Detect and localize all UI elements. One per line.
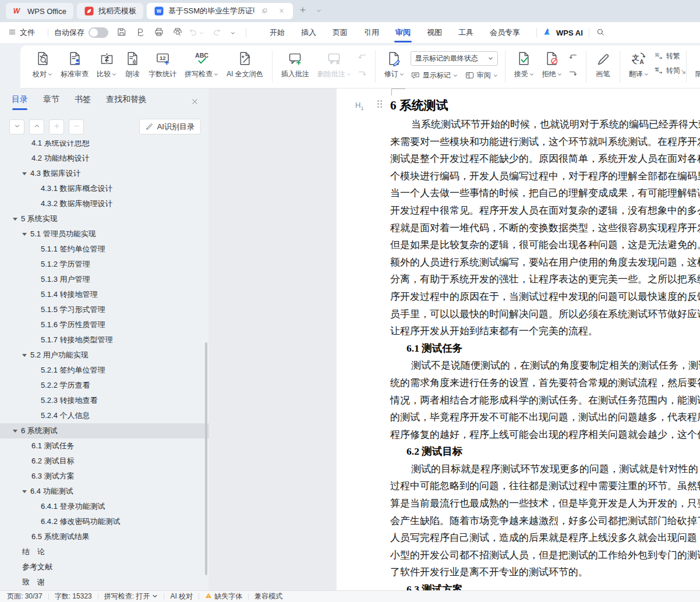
toc-item[interactable]: 5.1.5 学习形式管理	[0, 302, 209, 317]
doc-line[interactable]: 会产生缺陷。随着市场竞争越来越激烈，好多公司都把测试部门给砍掉了	[390, 512, 700, 530]
new-tab-button[interactable]	[296, 5, 309, 17]
doc-line[interactable]: 小型的开发公司都不招测试人员，但是把测试的工作给外包到专门的测试	[390, 547, 700, 564]
toc-item[interactable]: 5.1.6 学历性质管理	[0, 317, 209, 332]
save-button[interactable]	[116, 27, 127, 38]
toc-item[interactable]: 参考文献	[0, 559, 209, 575]
menubar-item[interactable]: 工具	[450, 22, 482, 43]
sidebar-tab[interactable]: 目录	[12, 94, 28, 110]
toc-item[interactable]: 6.1 测试任务	[0, 438, 209, 454]
toc-item[interactable]: 5.2.3 转接地查看	[0, 393, 209, 408]
sidebar-scrollbar[interactable]	[205, 342, 207, 575]
previous-change-button[interactable]	[567, 52, 579, 63]
collapse-arrow-icon[interactable]	[22, 354, 27, 357]
toc-item[interactable]: 致 谢	[0, 575, 209, 590]
ribbon-button[interactable]: 标准审查	[56, 49, 93, 80]
collapse-arrow-icon[interactable]	[22, 172, 27, 175]
doc-line[interactable]: 当系统测试环节开始的时候，也就说明对于系统的编码已经弄得大致	[390, 116, 700, 133]
collapse-arrow-icon[interactable]	[22, 233, 27, 236]
window-tab[interactable]: W WPS Office	[6, 3, 73, 19]
restrict-editing-button[interactable]: 限制编辑	[691, 49, 700, 80]
doc-line[interactable]: 开发过程中很常见。程序开发人员在面对复杂的逻辑，没有想象中的多么	[390, 202, 700, 219]
status-item[interactable]: AI 校对	[164, 592, 199, 601]
doc-line[interactable]: 6 系统测试	[390, 95, 700, 116]
accept-change-button[interactable]: 接受	[510, 49, 538, 80]
tab-close-button[interactable]	[275, 5, 288, 17]
doc-line[interactable]: 测试不是说随便测试的，在测试的角度要制定相关的测试任务，测试	[390, 357, 700, 374]
undo-caret[interactable]	[199, 29, 204, 37]
doc-line[interactable]: 序开发过程中的原因在于，当测试过程中发现的问题可以最快速度的反馈	[390, 288, 700, 306]
toc-item[interactable]: 5.1 管理员功能实现	[0, 226, 209, 242]
doc-line[interactable]: 了软件开发行业是离不开专业的测试环节的。	[390, 564, 700, 581]
export-pdf-button[interactable]	[135, 27, 146, 38]
menubar-item[interactable]: 视图	[419, 22, 450, 43]
toc-item[interactable]: 4.2 功能结构设计	[0, 151, 209, 166]
ribbon-button[interactable]: 比较	[93, 49, 121, 80]
tab-list-button[interactable]	[313, 5, 326, 17]
collapse-arrow-icon[interactable]	[13, 218, 17, 221]
previous-comment-button[interactable]	[356, 52, 368, 63]
ribbon-button[interactable]: ABC 拼写检查	[181, 49, 222, 80]
demote-button[interactable]	[69, 119, 84, 134]
toc-item[interactable]: 4.3.2 数据库物理设计	[0, 196, 209, 211]
print-button[interactable]	[154, 27, 164, 38]
toc-item[interactable]: 结 论	[0, 544, 209, 559]
doc-line[interactable]: 个模块进行编码，开发人员编写过程中，对于程序的理解全部都在编码里面	[390, 168, 700, 185]
menubar-item[interactable]: 审阅	[387, 22, 419, 43]
show-markup-button[interactable]: 显示标记	[411, 70, 458, 80]
toolbar-more-button[interactable]	[231, 29, 235, 37]
doc-line[interactable]: 6.3 测试方案	[390, 581, 700, 590]
ai-recognize-toc-button[interactable]: AI识别目录	[139, 119, 201, 134]
promote-button[interactable]	[49, 119, 64, 134]
sidebar-tab[interactable]: 章节	[43, 94, 59, 110]
toc-item[interactable]: 5.2.2 学历查看	[0, 378, 209, 393]
doc-line[interactable]: 但是如果是比较复杂的逻辑，很可能会出现各种问题，这是无法避免的。	[390, 236, 700, 254]
translate-button[interactable]: 文A 翻译	[625, 49, 653, 80]
toc-item[interactable]: 5.1.3 用户管理	[0, 272, 209, 287]
toc-item[interactable]: 5.1.7 转接地类型管理	[0, 332, 209, 348]
status-item[interactable]: 拼写检查: 打开	[98, 592, 164, 601]
toc-item[interactable]: 6.4.2 修改密码功能测试	[0, 514, 209, 529]
markup-state-dropdown[interactable]: 显示标记的最终状态	[411, 51, 498, 66]
wps-ai-button[interactable]: WPS AI	[543, 27, 583, 38]
insert-comment-button[interactable]: 插入批注	[277, 49, 313, 80]
doc-line[interactable]: 算是当前最流行也最成熟的一些技术，但是毕竟开发是人为开发的，只要	[390, 495, 700, 512]
menubar-item[interactable]: 页面	[324, 22, 356, 43]
doc-line[interactable]: 员手里，可以以最快的时间解决问题。所以必须在系统测试环节做好应该	[390, 306, 700, 323]
doc-line[interactable]: 程序修复的越好，程序上线可能会出现的程序相关问题就会越少，这个作	[390, 426, 700, 444]
sidebar-tab[interactable]: 查找和替换	[106, 94, 147, 110]
toc-item[interactable]: 6 系统测试	[0, 423, 209, 438]
doc-line[interactable]: 分离，有助于系统开发的强壮，让程序表达的更完美一些。之所以把系统	[390, 271, 700, 288]
toc-item[interactable]: 5.2.4 个人信息	[0, 408, 209, 423]
doc-line[interactable]: 6.2 测试目标	[390, 443, 700, 461]
tab-window-button[interactable]	[259, 5, 271, 17]
paragraph-drag-handle-icon[interactable]	[376, 99, 383, 109]
expand-all-button[interactable]	[9, 119, 24, 134]
doc-line[interactable]: 6.1 测试任务	[390, 340, 700, 357]
document-page[interactable]: H1 6 系统测试当系统测试环节开始的时候，也就说明对于系统的编码已经弄得大致来…	[337, 88, 700, 590]
ribbon-button[interactable]: 校对	[29, 49, 56, 80]
file-menu[interactable]: 文件	[8, 27, 35, 38]
undo-button[interactable]	[188, 27, 198, 38]
simplified-to-traditional-button[interactable]: 简 转繁	[654, 51, 680, 61]
next-comment-button[interactable]	[356, 69, 368, 80]
ribbon-button[interactable]: 12 字数统计	[144, 49, 181, 80]
doc-line[interactable]: 情况，两者相结合才能形成科学的测试任务。在测试任务范围内，能测试	[390, 392, 700, 409]
toc-item[interactable]: 6.3 测试方案	[0, 469, 209, 484]
track-changes-button[interactable]: 修订	[380, 49, 408, 80]
menubar-item[interactable]: 会员专享	[482, 22, 528, 43]
redo-button[interactable]	[212, 27, 222, 38]
toc-item[interactable]: 4.1 系统设计思想	[0, 140, 209, 151]
collapse-arrow-icon[interactable]	[22, 490, 27, 493]
group-expand-icon[interactable]	[680, 66, 686, 72]
toc-item[interactable]: 4.3.1 数据库概念设计	[0, 181, 209, 196]
toc-item[interactable]: 6.4.1 登录功能测试	[0, 499, 209, 514]
doc-line[interactable]: 测试的目标就是程序测试环节发现更多的问题，测试就是针对性的，	[390, 461, 700, 478]
doc-line[interactable]: 的测试，毕竟程序开发不可能不出现问题，测试出的问题越多，代表程序	[390, 409, 700, 426]
status-item[interactable]: 页面: 30/37	[7, 592, 48, 601]
search-button[interactable]	[595, 27, 606, 38]
status-item[interactable]: 兼容模式	[249, 592, 288, 601]
toc-item[interactable]: 6.4 功能测试	[0, 484, 209, 499]
collapse-all-button[interactable]	[29, 119, 44, 134]
menubar-item[interactable]: 插入	[293, 22, 324, 43]
reject-change-button[interactable]: 拒绝	[538, 49, 566, 80]
